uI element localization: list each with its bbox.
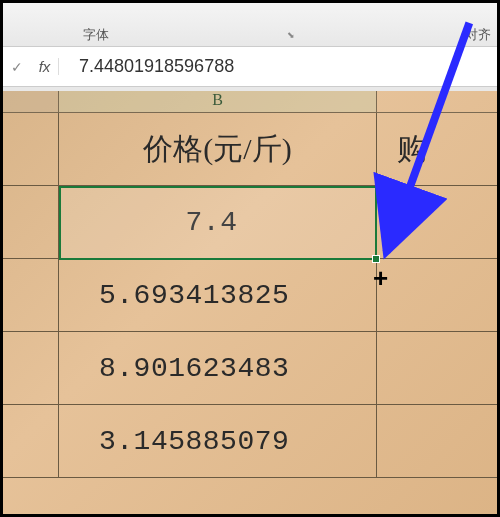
grid: 价格(元/斤) 购 7.4 5.693413825 8.901623483	[3, 113, 497, 478]
cell[interactable]	[3, 405, 59, 478]
cell-price-header[interactable]: 价格(元/斤)	[59, 113, 377, 186]
cell-b5[interactable]: 3.145885079	[59, 405, 377, 478]
fx-button[interactable]: fx	[31, 58, 59, 75]
table-row: 8.901623483	[3, 332, 497, 405]
cell[interactable]	[3, 259, 59, 332]
cell-purchase-header[interactable]: 购	[377, 113, 497, 186]
formula-bar: ✓ fx 7.44801918596788	[3, 47, 497, 87]
cell-b3[interactable]: 5.693413825	[59, 259, 377, 332]
table-row: 3.145885079	[3, 405, 497, 478]
cell[interactable]	[377, 405, 497, 478]
ribbon-group-align[interactable]: 对齐	[465, 26, 491, 44]
cell-b2[interactable]: 7.4	[59, 186, 377, 259]
table-row: 价格(元/斤) 购	[3, 113, 497, 186]
dialog-launcher-icon[interactable]: ⬊	[287, 30, 297, 40]
cell[interactable]	[3, 113, 59, 186]
table-row: 7.4	[3, 186, 497, 259]
cell[interactable]	[377, 332, 497, 405]
ribbon: 字体 ⬊ 对齐	[3, 3, 497, 47]
screenshot-frame: { "ribbon": { "font_group_label": "字体", …	[0, 0, 500, 517]
cell[interactable]	[3, 332, 59, 405]
column-header-b[interactable]: B	[59, 91, 377, 113]
cell-b4[interactable]: 8.901623483	[59, 332, 377, 405]
column-header-c[interactable]	[377, 91, 497, 113]
table-row: 5.693413825	[3, 259, 497, 332]
check-icon[interactable]: ✓	[3, 59, 31, 75]
ribbon-group-font[interactable]: 字体	[83, 26, 109, 44]
worksheet[interactable]: B 价格(元/斤) 购 7.4 5.693413825	[3, 91, 497, 514]
column-header-a[interactable]	[3, 91, 59, 113]
formula-input[interactable]: 7.44801918596788	[59, 56, 497, 77]
cell[interactable]	[377, 186, 497, 259]
cell[interactable]	[377, 259, 497, 332]
column-header-row: B	[3, 91, 497, 113]
cell[interactable]	[3, 186, 59, 259]
